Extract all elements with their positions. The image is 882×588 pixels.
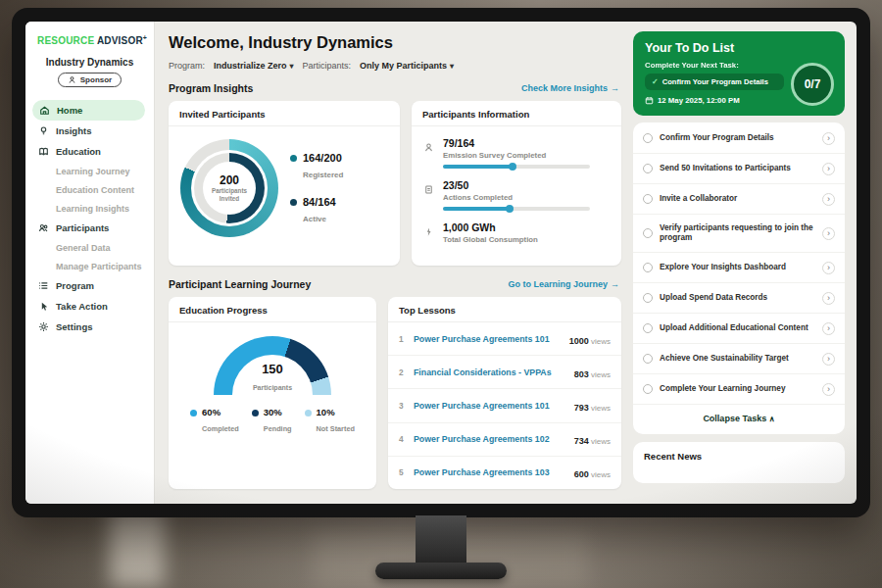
task-checkbox[interactable]	[643, 228, 653, 238]
sidebar-item-participants[interactable]: Participants	[25, 218, 154, 238]
sidebar-item-settings[interactable]: Settings	[25, 317, 154, 337]
task-checkbox[interactable]	[643, 133, 653, 143]
task-chevron-button[interactable]: ›	[822, 262, 835, 274]
donut-center-value: 200	[220, 173, 239, 187]
lesson-link[interactable]: Power Purchase Agreements 102	[414, 434, 567, 444]
insights-cards-row: Invited Participants 200 Participants In…	[169, 101, 621, 266]
task-row[interactable]: Upload Spend Data Records ›	[633, 283, 845, 314]
task-checkbox[interactable]	[643, 263, 653, 272]
task-checkbox[interactable]	[643, 384, 653, 394]
progress-fill	[443, 165, 514, 169]
sidebar-item-learning-insights[interactable]: Learning Insights	[25, 199, 154, 218]
sidebar-item-manage-participants[interactable]: Manage Participants	[25, 257, 154, 275]
task-row[interactable]: Upload Additional Educational Content ›	[633, 314, 845, 344]
task-row[interactable]: Send 50 Invitations to Participants ›	[633, 154, 845, 184]
monitor-stand-neck	[416, 515, 466, 566]
gauge-legend: 60% Completed 30% Pending	[169, 407, 376, 447]
task-checkbox[interactable]	[643, 323, 653, 333]
sidebar-item-label: Insights	[56, 125, 91, 136]
sponsor-person-icon	[68, 75, 76, 84]
lesson-views-label: views	[589, 470, 611, 479]
legend-value: 84/164	[303, 196, 336, 208]
task-checkbox[interactable]	[643, 164, 653, 173]
info-value: 79/164	[443, 137, 590, 149]
program-filter-dropdown[interactable]: Industrialize Zero ▾	[214, 61, 294, 71]
task-label: Achieve One Sustainability Target	[660, 354, 815, 365]
sponsor-badge[interactable]: Sponsor	[58, 73, 122, 87]
logo-plus: +	[143, 34, 147, 41]
lesson-link[interactable]: Power Purchase Agreements 101	[414, 401, 567, 411]
legend-pct: 60%	[202, 407, 239, 417]
lesson-views-label: views	[589, 437, 611, 446]
task-row[interactable]: Invite a Collaborator ›	[633, 184, 845, 215]
chevron-right-icon: ›	[827, 194, 830, 204]
task-chevron-button[interactable]: ›	[822, 227, 835, 240]
arrow-right-icon: →	[611, 279, 619, 289]
chevron-right-icon: ›	[827, 354, 830, 364]
cursor-click-icon	[38, 301, 49, 312]
legend-value: 164/200	[303, 152, 343, 164]
lesson-link[interactable]: Power Purchase Agreements 101	[414, 334, 563, 344]
sidebar-item-label: Take Action	[56, 301, 108, 312]
sidebar-item-insights[interactable]: Insights	[25, 121, 154, 141]
sidebar-item-education[interactable]: Education	[25, 141, 154, 162]
participants-information-card: Participants Information 79/164 Emission…	[412, 101, 621, 266]
task-chevron-button[interactable]: ›	[822, 292, 835, 305]
sidebar-item-general-data[interactable]: General Data	[25, 238, 154, 257]
participants-filter-dropdown[interactable]: Only My Participants ▾	[360, 61, 454, 71]
lesson-link[interactable]: Financial Considerations - VPPAs	[414, 368, 567, 377]
lesson-rank: 5	[399, 467, 407, 477]
card-title: Invited Participants	[169, 101, 400, 126]
sidebar-item-learning-journey[interactable]: Learning Journey	[25, 162, 154, 180]
task-row[interactable]: Confirm Your Program Details ›	[633, 123, 845, 154]
task-chevron-button[interactable]: ›	[822, 163, 835, 175]
sidebar-item-education-content[interactable]: Education Content	[25, 180, 154, 199]
program-filter-value: Industrialize Zero	[214, 61, 287, 71]
task-row[interactable]: Explore Your Insights Dashboard ›	[633, 253, 845, 283]
todo-next-task-label: Confirm Your Program Details	[662, 77, 768, 86]
sidebar: RESOURCE ADVISOR+ Industry Dynamics Spon…	[25, 22, 155, 504]
task-row[interactable]: Verify participants requesting to join t…	[633, 215, 845, 253]
task-label: Send 50 Invitations to Participants	[660, 164, 815, 174]
task-chevron-button[interactable]: ›	[822, 353, 835, 366]
participants-filter-value: Only My Participants	[360, 61, 447, 71]
task-chevron-button[interactable]: ›	[822, 383, 835, 396]
recent-news-title: Recent News	[644, 451, 702, 462]
chevron-right-icon: ›	[827, 133, 830, 143]
collapse-label: Collapse Tasks	[703, 414, 766, 423]
donut-legend: 164/200 Registered 84/164 Active	[290, 152, 343, 225]
task-chevron-button[interactable]: ›	[822, 322, 835, 335]
todo-task-list: Confirm Your Program Details › Send 50 I…	[633, 122, 845, 434]
go-to-learning-journey-link[interactable]: Go to Learning Journey →	[508, 279, 619, 289]
task-checkbox[interactable]	[643, 194, 653, 204]
gear-icon	[38, 321, 49, 332]
logo-advisor: ADVISOR	[97, 35, 143, 46]
calendar-icon	[645, 96, 654, 105]
legend-dot-completed	[190, 410, 197, 416]
legend-label: Pending	[264, 424, 292, 433]
invited-participants-card: Invited Participants 200 Participants In…	[169, 101, 400, 266]
lesson-rank: 1	[399, 334, 407, 344]
person-icon	[423, 142, 434, 153]
check-more-insights-link[interactable]: Check More Insights →	[521, 83, 619, 93]
todo-next-task[interactable]: ✓ Confirm Your Program Details	[645, 74, 784, 90]
legend-label: Active	[303, 215, 326, 223]
check-icon: ✓	[652, 77, 659, 86]
sidebar-item-home[interactable]: Home	[32, 100, 145, 121]
lesson-views-label: views	[589, 404, 611, 413]
bolt-icon	[423, 226, 434, 237]
legend-label: Not Started	[317, 424, 355, 433]
sidebar-item-take-action[interactable]: Take Action	[25, 296, 154, 317]
monitor-stand-base	[375, 563, 507, 579]
lesson-link[interactable]: Power Purchase Agreements 103	[414, 467, 567, 477]
arrow-right-icon: →	[611, 83, 619, 93]
task-checkbox[interactable]	[643, 293, 653, 303]
task-row[interactable]: Achieve One Sustainability Target ›	[633, 344, 845, 374]
task-chevron-button[interactable]: ›	[822, 132, 835, 145]
task-checkbox[interactable]	[643, 354, 653, 364]
task-row[interactable]: Complete Your Learning Journey ›	[633, 374, 845, 405]
task-chevron-button[interactable]: ›	[822, 193, 835, 206]
task-label: Confirm Your Program Details	[660, 133, 815, 144]
sidebar-item-program[interactable]: Program	[25, 275, 154, 296]
collapse-tasks-link[interactable]: Collapse Tasks ∧	[633, 405, 845, 433]
